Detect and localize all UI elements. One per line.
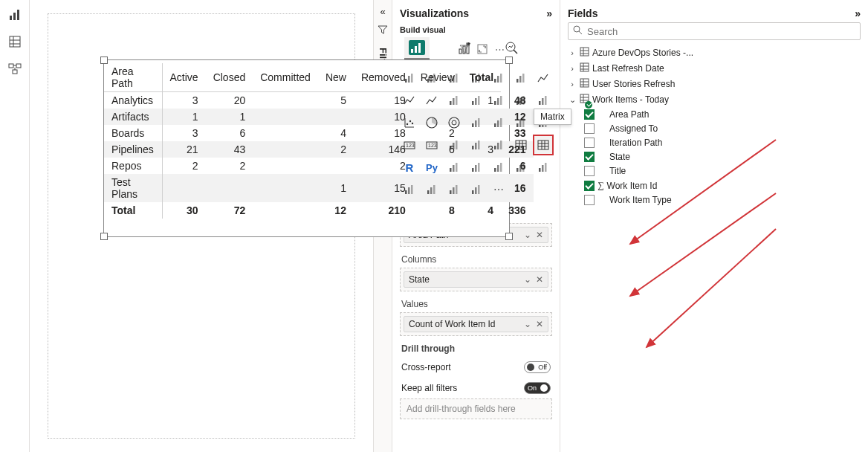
stacked-bar-100-viz-icon[interactable] (444, 68, 464, 88)
power-automate-viz-icon[interactable] (444, 180, 464, 199)
key-influencers-viz-icon[interactable] (444, 158, 464, 177)
expand-filters-icon[interactable]: « (380, 6, 385, 17)
svg-rect-122 (472, 190, 474, 194)
multi-row-card-viz-icon[interactable] (444, 135, 464, 155)
resize-handle[interactable] (505, 56, 513, 64)
values-field-pill[interactable]: Count of Work Item Id ⌄✕ (404, 316, 548, 332)
remove-field-icon[interactable]: ✕ (536, 230, 543, 240)
visual-more-icon[interactable]: ⋯ (495, 44, 505, 56)
scatter-viz-icon[interactable] (400, 113, 419, 132)
table-user-stories-refresh[interactable]: ›User Stories Refresh (568, 77, 861, 91)
decomposition-viz-icon[interactable] (467, 158, 486, 177)
field-state[interactable]: State (568, 151, 861, 163)
line-stacked-viz-icon[interactable] (467, 91, 486, 110)
filters-pane-icon[interactable] (378, 25, 388, 37)
visual-filter-icon[interactable] (459, 44, 470, 56)
chevron-right-icon[interactable]: › (568, 80, 577, 88)
r-viz-icon[interactable]: R (400, 158, 419, 177)
field-checkbox[interactable] (584, 195, 595, 205)
waterfall-viz-icon[interactable] (511, 91, 531, 110)
slicer-viz-icon[interactable] (489, 135, 508, 155)
field-name: Work Item Id (607, 181, 658, 191)
stacked-bar-viz-icon[interactable] (400, 68, 419, 88)
field-title[interactable]: Title (568, 165, 861, 177)
columns-well[interactable]: State ⌄✕ (400, 268, 552, 291)
stacked-area-viz-icon[interactable] (422, 91, 441, 110)
remove-field-icon[interactable]: ✕ (536, 274, 543, 285)
table-azure-devops-stories-[interactable]: ›Azure DevOps Stories -... (568, 46, 861, 59)
cell (253, 125, 318, 141)
field-area-path[interactable]: Area Path (568, 109, 861, 120)
search-input[interactable] (587, 26, 855, 37)
columns-field-pill[interactable]: State ⌄✕ (404, 271, 548, 288)
field-work-item-id[interactable]: ∑Work Item Id (568, 179, 861, 192)
chevron-down-icon[interactable]: ⌄ (524, 319, 531, 329)
field-assigned-to[interactable]: Assigned To (568, 123, 861, 135)
visual-focus-icon[interactable] (477, 44, 488, 56)
ribbon-viz-icon[interactable] (489, 91, 508, 110)
drill-through-well[interactable]: Add drill-through fields here (400, 398, 552, 419)
table-work-items-today[interactable]: ⌄Work Items - Today (568, 93, 861, 106)
field-name: Work Item Type (609, 195, 672, 205)
field-checkbox[interactable] (584, 138, 595, 148)
chevron-down-icon[interactable]: ⌄ (568, 95, 577, 105)
qna-viz-icon[interactable] (489, 158, 508, 177)
matrix-viz-icon[interactable] (534, 135, 553, 155)
values-well[interactable]: Count of Work Item Id ⌄✕ (400, 312, 552, 336)
py-viz-icon[interactable]: Py (422, 158, 441, 177)
clustered-bar-viz-icon[interactable] (422, 68, 441, 88)
field-checkbox[interactable] (584, 152, 595, 162)
remove-field-icon[interactable]: ✕ (536, 319, 543, 329)
build-visual-tab[interactable] (404, 37, 430, 59)
table-last-refresh-date[interactable]: ›Last Refresh Date (568, 62, 861, 75)
gauge-viz-icon[interactable]: 123 (400, 135, 419, 155)
data-view-icon[interactable] (7, 34, 22, 49)
chevron-down-icon[interactable]: ⌄ (524, 230, 531, 240)
power-apps-viz-icon[interactable] (422, 180, 441, 199)
table-icon (580, 47, 589, 59)
paginated-viz-icon[interactable] (400, 180, 419, 199)
resize-handle[interactable] (100, 56, 108, 64)
area-viz-icon[interactable] (400, 91, 419, 110)
table-viz-icon[interactable] (511, 135, 531, 155)
report-canvas[interactable]: ⋯ Area PathActiveClosedCommittedNewRemov… (30, 0, 373, 452)
arcgis-viz-icon[interactable] (467, 180, 486, 199)
field-work-item-type[interactable]: Work Item Type (568, 194, 861, 206)
field-checkbox[interactable] (584, 166, 595, 176)
filled-map-viz-icon[interactable] (511, 113, 531, 132)
chevron-down-icon[interactable]: ⌄ (524, 274, 531, 285)
resize-handle[interactable] (505, 233, 513, 240)
chevron-right-icon[interactable]: › (568, 48, 577, 57)
svg-rect-50 (519, 98, 522, 105)
svg-rect-54 (545, 96, 547, 105)
collapse-fields-icon[interactable]: » (855, 7, 861, 19)
chevron-right-icon[interactable]: › (568, 64, 577, 73)
fields-search[interactable] (568, 22, 861, 40)
cross-report-toggle[interactable]: Off (524, 361, 551, 373)
field-checkbox[interactable] (584, 181, 595, 191)
donut-viz-icon[interactable] (444, 113, 464, 132)
clustered-column-viz-icon[interactable] (467, 68, 486, 88)
field-checkbox[interactable] (584, 109, 595, 120)
card-viz-icon[interactable]: 123 (422, 135, 441, 155)
svg-rect-79 (450, 146, 452, 149)
stacked-column-viz-icon[interactable] (489, 68, 508, 88)
resize-handle[interactable] (100, 233, 108, 240)
field-iteration-path[interactable]: Iteration Path (568, 137, 861, 149)
map-viz-icon[interactable] (489, 113, 508, 132)
collapse-viz-icon[interactable]: » (546, 7, 552, 19)
stacked-column-100-viz-icon[interactable] (511, 68, 531, 88)
line-clustered-viz-icon[interactable] (444, 91, 464, 110)
kpi-viz-icon[interactable] (467, 135, 486, 155)
goals-viz-icon[interactable] (534, 158, 553, 177)
report-view-icon[interactable] (7, 7, 22, 22)
model-view-icon[interactable] (7, 61, 22, 76)
more-viz-icon[interactable]: ⋯ (489, 180, 508, 199)
narrative-viz-icon[interactable] (511, 158, 531, 177)
funnel-viz-icon[interactable] (534, 91, 553, 110)
treemap-viz-icon[interactable] (467, 113, 486, 132)
line-viz-icon[interactable] (534, 68, 553, 88)
pie-viz-icon[interactable] (422, 113, 441, 132)
field-checkbox[interactable] (584, 123, 595, 134)
keep-filters-toggle[interactable]: On (524, 382, 551, 394)
